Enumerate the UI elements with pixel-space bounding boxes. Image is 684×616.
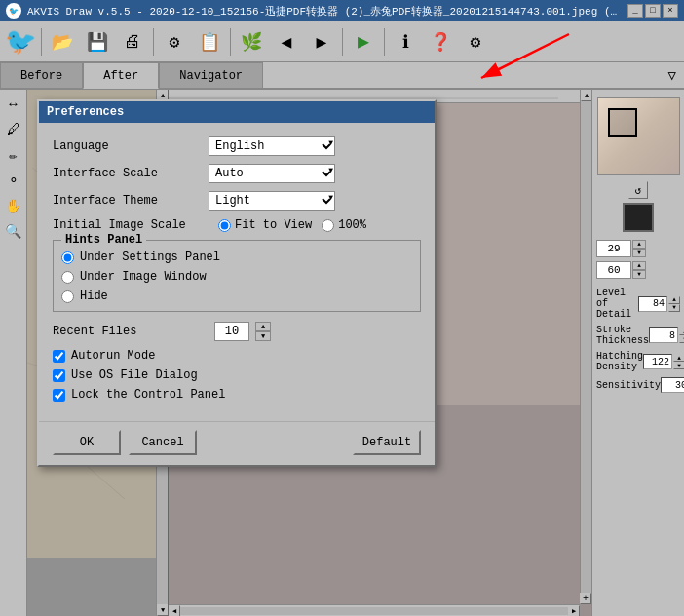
under-settings-radio[interactable] — [61, 251, 74, 264]
lock-control-checkbox[interactable] — [53, 389, 65, 402]
close-button[interactable]: × — [663, 4, 678, 18]
toolbar: 🐦 📂 💾 🖨 ⚙ 📋 🌿 ◀ ▶ ▶ ℹ ❓ ⚙ — [0, 21, 684, 62]
language-select[interactable]: English Chinese French — [209, 136, 335, 156]
window-title: AKVIS Draw v.5.5 - 2020-12-10_152156-迅捷P… — [27, 4, 622, 19]
cancel-button[interactable]: Cancel — [129, 430, 197, 455]
after-hscroll-right[interactable]: ▶ — [568, 605, 580, 617]
separator-5 — [384, 28, 385, 56]
separator-2 — [153, 28, 154, 56]
value-60-row: ▲ ▼ — [592, 261, 684, 279]
recent-files-row: Recent Files ▲ ▼ — [53, 322, 421, 341]
level-of-detail-down[interactable]: ▼ — [668, 304, 680, 312]
tool-run[interactable]: ▶ — [347, 25, 380, 58]
recent-files-down[interactable]: ▼ — [255, 331, 271, 341]
tool-save[interactable]: 💾 — [81, 25, 114, 58]
tab-bar: Before After Navigator ▽ — [0, 62, 684, 90]
after-hscroll-left[interactable]: ◀ — [169, 605, 180, 617]
after-bottom-scrollbar[interactable]: ◀ ▶ — [169, 604, 580, 616]
tool-arrow[interactable]: ↔ — [3, 94, 24, 115]
value-60-input[interactable] — [596, 261, 631, 279]
tool-info[interactable]: ℹ — [389, 25, 422, 58]
zoom-plus-button[interactable]: + — [580, 593, 591, 604]
value-60-up[interactable]: ▲ — [632, 261, 646, 270]
interface-theme-select-wrapper: Light Dark — [209, 191, 335, 211]
window-controls[interactable]: _ □ × — [627, 4, 678, 18]
tab-navigator[interactable]: Navigator — [159, 62, 263, 88]
autorun-checkbox[interactable] — [53, 350, 65, 363]
stroke-thickness-down[interactable]: ▼ — [679, 335, 684, 343]
tab-before[interactable]: Before — [0, 62, 83, 88]
rotate-button[interactable]: ↺ — [628, 181, 648, 199]
hatching-density-spinner[interactable]: ▲ ▼ — [673, 354, 684, 369]
value-29-spinner[interactable]: ▲ ▼ — [632, 240, 646, 257]
100pct-radio[interactable] — [322, 219, 334, 232]
initial-image-scale-row: Initial Image Scale Fit to View 100% — [53, 218, 421, 232]
interface-theme-select[interactable]: Light Dark — [209, 191, 335, 211]
prefs-left-buttons: OK Cancel — [53, 430, 197, 455]
tool-leaf[interactable]: 🌿 — [235, 25, 268, 58]
recent-files-label: Recent Files — [53, 325, 209, 338]
initial-image-scale-label: Initial Image Scale — [53, 218, 209, 232]
maximize-button[interactable]: □ — [645, 4, 661, 18]
interface-scale-label: Interface Scale — [53, 167, 209, 180]
recent-files-input[interactable] — [214, 322, 249, 341]
hatching-density-input[interactable] — [643, 354, 672, 369]
fit-to-view-option[interactable]: Fit to View — [218, 218, 312, 232]
hatching-density-down[interactable]: ▼ — [673, 362, 684, 369]
after-hscroll-track[interactable] — [180, 607, 568, 615]
tool-prefs[interactable]: ⚙ — [459, 25, 492, 58]
default-button[interactable]: Default — [353, 430, 421, 455]
autorun-row: Autorun Mode — [53, 349, 421, 363]
value-29-down[interactable]: ▼ — [632, 249, 646, 257]
value-60-spinner[interactable]: ▲ ▼ — [632, 261, 646, 279]
tool-open[interactable]: 📂 — [46, 25, 79, 58]
100pct-label: 100% — [338, 218, 366, 232]
tool-stamp[interactable]: ⚬ — [3, 170, 24, 191]
interface-scale-select[interactable]: Auto 100% 125% 150% — [209, 164, 335, 183]
under-image-radio[interactable] — [61, 271, 74, 284]
level-of-detail-input[interactable] — [638, 296, 667, 312]
hide-label: Hide — [80, 289, 108, 303]
after-scroll-track[interactable] — [581, 101, 591, 593]
sensitivity-input[interactable] — [661, 377, 684, 393]
stroke-thickness-up[interactable]: ▲ — [679, 327, 684, 335]
hide-radio[interactable] — [61, 290, 74, 303]
tab-dropdown-arrow[interactable]: ▽ — [661, 63, 684, 88]
tool-hand[interactable]: ✋ — [3, 195, 24, 216]
value-29-input[interactable] — [596, 240, 631, 257]
tool-zoom[interactable]: 🔍 — [3, 220, 24, 242]
level-of-detail-spinner[interactable]: ▲ ▼ — [668, 296, 680, 312]
tool-help[interactable]: ❓ — [424, 25, 457, 58]
100pct-option[interactable]: 100% — [322, 218, 366, 232]
after-panel-scrollbar[interactable]: ▲ ▼ — [580, 90, 591, 604]
use-os-row: Use OS File Dialog — [53, 368, 421, 382]
recent-files-up[interactable]: ▲ — [255, 322, 271, 331]
tool-brush[interactable]: 🖊 — [3, 119, 24, 140]
under-image-row: Under Image Window — [61, 270, 412, 284]
minimize-button[interactable]: _ — [627, 4, 643, 18]
interface-theme-row: Interface Theme Light Dark — [53, 191, 421, 211]
tool-pencil[interactable]: ✏ — [3, 144, 24, 166]
tool-print[interactable]: 🖨 — [116, 25, 149, 58]
tool-batch[interactable]: 📋 — [193, 25, 226, 58]
tool-settings1[interactable]: ⚙ — [158, 25, 191, 58]
recent-files-spinner[interactable]: ▲ ▼ — [255, 322, 271, 341]
title-bar: 🐦 AKVIS Draw v.5.5 - 2020-12-10_152156-迅… — [0, 0, 684, 21]
language-row: Language English Chinese French — [53, 136, 421, 156]
hatching-density-up[interactable]: ▲ — [673, 354, 684, 362]
value-29-up[interactable]: ▲ — [632, 240, 646, 249]
scroll-down-btn[interactable]: ▼ — [157, 604, 169, 616]
level-of-detail-up[interactable]: ▲ — [668, 296, 680, 304]
stroke-thickness-spinner[interactable]: ▲ ▼ — [679, 327, 684, 343]
tab-after[interactable]: After — [83, 62, 159, 89]
tool-next[interactable]: ▶ — [305, 25, 338, 58]
stroke-thickness-input[interactable] — [649, 327, 678, 343]
use-os-checkbox[interactable] — [53, 369, 65, 382]
value-60-down[interactable]: ▼ — [632, 270, 646, 279]
tool-prev[interactable]: ◀ — [270, 25, 303, 58]
ok-button[interactable]: OK — [53, 430, 121, 455]
fit-to-view-radio[interactable] — [218, 219, 231, 232]
after-scroll-up[interactable]: ▲ — [581, 90, 591, 101]
left-sidebar: ↔ 🖊 ✏ ⚬ ✋ 🔍 — [0, 90, 27, 616]
under-image-label: Under Image Window — [80, 270, 207, 284]
